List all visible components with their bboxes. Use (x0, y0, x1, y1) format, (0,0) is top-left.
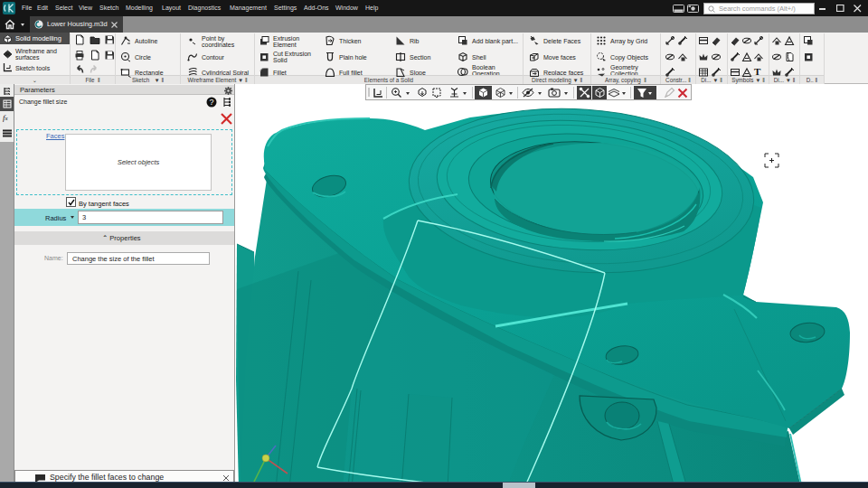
svg-text:?: ? (209, 98, 213, 107)
